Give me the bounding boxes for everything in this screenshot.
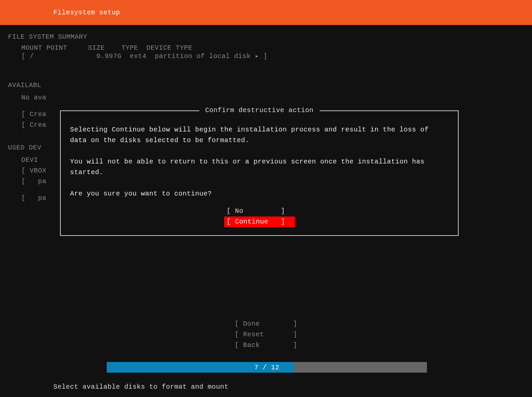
bottom-buttons: [ Done ] [ Reset ] [ Back ] (0, 319, 532, 351)
col-devtype: DEVICE TYPE (146, 44, 192, 52)
cell-type: ext4 (130, 52, 146, 60)
reset-button[interactable]: [ Reset ] (235, 329, 298, 340)
summary-table-header: MOUNT POINT SIZE TYPE DEVICE TYPE (8, 44, 532, 52)
confirm-dialog: Confirm destructive action Selecting Con… (60, 110, 459, 236)
dialog-buttons: [ No ] [ Continue ] (70, 206, 449, 227)
progress-bar: 7 / 12 (107, 362, 427, 373)
summary-row[interactable]: [ / 9.997G ext4 partition of local disk … (8, 52, 532, 60)
progress-text: 7 / 12 (254, 364, 279, 371)
chevron-right-icon: ▸ (255, 52, 259, 60)
dialog-paragraph-3: Are you sure you want to continue? (70, 188, 449, 199)
bracket-open: [ (21, 52, 26, 60)
back-button[interactable]: [ Back ] (235, 340, 298, 351)
footer-hint: Select available disks to format and mou… (53, 383, 228, 391)
summary-heading: FILE SYSTEM SUMMARY (8, 33, 532, 41)
col-size: SIZE (88, 44, 105, 52)
available-heading: AVAILABL (8, 81, 532, 89)
page-title: Filesystem setup (53, 9, 120, 16)
bracket-close: ] (263, 52, 268, 60)
cell-devtype: partition of local disk (155, 52, 251, 60)
header-bar: Filesystem setup (0, 0, 532, 25)
dialog-paragraph-1: Selecting Continue below will begin the … (70, 124, 449, 146)
done-button[interactable]: [ Done ] (235, 319, 298, 329)
available-none: No ava (8, 92, 532, 103)
continue-button[interactable]: [ Continue ] (224, 217, 295, 227)
cell-mount: / (30, 52, 34, 60)
dialog-paragraph-2: You will not be able to return to this o… (70, 156, 449, 178)
main-area: FILE SYSTEM SUMMARY MOUNT POINT SIZE TYP… (0, 25, 532, 204)
dialog-title: Confirm destructive action (199, 106, 320, 114)
col-type: TYPE (121, 44, 138, 52)
cell-size: 9.997G (96, 52, 121, 60)
no-button[interactable]: [ No ] (224, 206, 295, 217)
dialog-body: Selecting Continue below will begin the … (70, 124, 449, 199)
col-mount: MOUNT POINT (21, 44, 67, 52)
